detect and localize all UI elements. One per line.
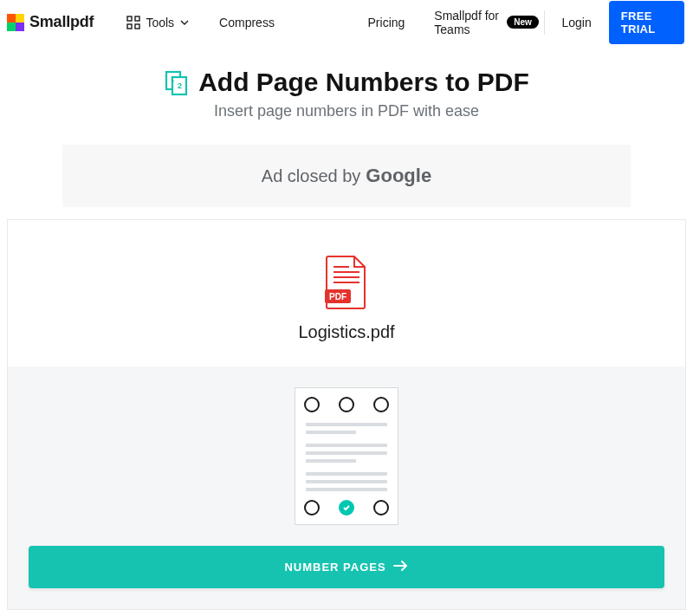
login-link[interactable]: Login [561, 16, 591, 29]
header-right: Login FREE TRIAL [539, 1, 684, 44]
page-hero: 1 2 Add Page Numbers to PDF Insert page … [0, 45, 693, 129]
position-bottom-center[interactable] [339, 500, 354, 515]
picker-top-row [304, 397, 389, 412]
nav-compress-label: Compress [219, 16, 275, 29]
options-area: NUMBER PAGES [8, 366, 685, 609]
ad-provider: Google [366, 165, 431, 187]
brand-logo[interactable]: Smallpdf [7, 13, 94, 31]
chevron-down-icon [179, 17, 190, 28]
pdf-file-icon: PDF [325, 255, 368, 314]
pdf-badge-text: PDF [329, 292, 346, 302]
free-trial-button[interactable]: FREE TRIAL [609, 1, 684, 44]
svg-text:2: 2 [178, 81, 182, 90]
nav-pricing[interactable]: Pricing [368, 16, 405, 29]
primary-nav: Tools Compress Pricing Smallpdf for Team… [126, 9, 538, 36]
nav-teams-label: Smallpdf for Teams [434, 9, 500, 36]
number-pages-label: NUMBER PAGES [284, 561, 385, 574]
header: Smallpdf Tools Compress Pricing Smallpdf… [0, 0, 693, 45]
ad-closed-text: Ad closed by [262, 166, 361, 186]
arrow-right-icon [393, 560, 409, 574]
logo-icon [7, 14, 24, 31]
new-badge: New [507, 16, 539, 29]
svg-text:1: 1 [171, 75, 175, 83]
nav-tools-label: Tools [146, 16, 174, 29]
position-top-left[interactable] [304, 397, 320, 412]
tool-card: PDF Logistics.pdf [7, 219, 686, 610]
position-top-right[interactable] [373, 397, 389, 412]
header-divider [544, 10, 545, 35]
position-bottom-left[interactable] [304, 500, 320, 515]
position-top-center[interactable] [339, 397, 354, 412]
nav-teams[interactable]: Smallpdf for Teams New [434, 9, 538, 36]
nav-compress[interactable]: Compress [219, 16, 275, 29]
document-preview-icon [306, 423, 387, 491]
file-name: Logistics.pdf [8, 322, 685, 342]
ad-slot: Ad closed by Google [62, 145, 631, 207]
svg-rect-1 [135, 16, 139, 21]
page-number-tool-icon: 1 2 [164, 70, 188, 94]
number-pages-button[interactable]: NUMBER PAGES [29, 546, 664, 588]
nav-tools[interactable]: Tools [126, 16, 190, 29]
svg-rect-0 [127, 16, 132, 21]
svg-rect-3 [135, 24, 139, 29]
position-bottom-right[interactable] [373, 500, 389, 515]
picker-bottom-row [304, 500, 389, 515]
page-title: Add Page Numbers to PDF [198, 68, 529, 97]
svg-rect-2 [127, 24, 132, 29]
nav-pricing-label: Pricing [368, 16, 405, 29]
file-preview-area: PDF Logistics.pdf [8, 220, 685, 366]
position-picker [295, 387, 398, 525]
page-subtitle: Insert page numbers in PDF with ease [0, 102, 693, 120]
tools-grid-icon [126, 16, 140, 29]
brand-name: Smallpdf [29, 13, 94, 31]
